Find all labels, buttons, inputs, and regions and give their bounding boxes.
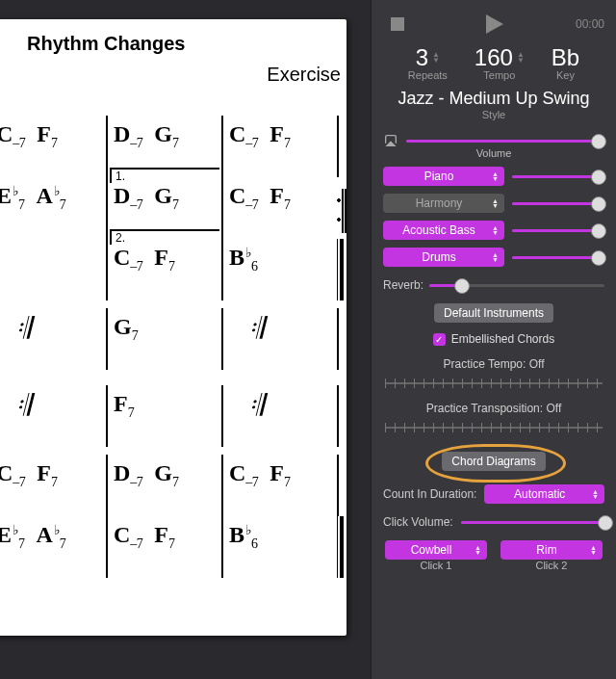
- chord-text: G7: [114, 314, 221, 340]
- track-select-bass[interactable]: Acoustic Bass▲▼: [383, 221, 504, 240]
- highlight-ring: [425, 444, 566, 483]
- song-title: Rhythm Changes: [27, 33, 185, 55]
- track-drums: Drums▲▼: [383, 248, 604, 267]
- side-panel: 00:00 3▲▼ Repeats 160▲▼ Tempo Bb Key Jaz…: [371, 0, 616, 679]
- stop-button[interactable]: [383, 10, 412, 39]
- click1-select[interactable]: Cowbell▲▼: [385, 540, 487, 560]
- chord-text: D–7 G7: [114, 183, 221, 209]
- chord-grid: C–7 F7D–7 G7C–7 F7E♭7 A♭71.D–7 G7C–7 F72…: [0, 116, 346, 578]
- bar[interactable]: B♭6: [221, 516, 337, 578]
- bar[interactable]: 𝄇: [221, 385, 337, 447]
- chord-text: C–7 F7: [0, 460, 106, 486]
- bar[interactable]: C–7 F7: [0, 455, 106, 516]
- chord-text: C–7 F7: [0, 121, 106, 147]
- practice-trans-slider[interactable]: [385, 417, 603, 438]
- chord-text: C–7 F7: [114, 245, 221, 271]
- lead-sheet: Rhythm Changes Exercise C–7 F7D–7 G7C–7 …: [0, 19, 346, 636]
- reverb-slider[interactable]: [429, 276, 604, 294]
- chord-text: E♭7 A♭7: [0, 183, 106, 209]
- svg-rect-0: [391, 17, 404, 31]
- bar[interactable]: E♭7 A♭7: [0, 177, 106, 239]
- stepper-icon: ▲▼: [517, 52, 525, 64]
- transport: 00:00: [383, 10, 604, 39]
- track-bass: Acoustic Bass▲▼: [383, 221, 604, 240]
- track-select-piano[interactable]: Piano▲▼: [383, 167, 504, 186]
- track-volume-drums[interactable]: [512, 248, 604, 266]
- chord-text: C–7 F7: [229, 460, 337, 486]
- bar[interactable]: B♭6: [221, 239, 337, 300]
- count-in-select[interactable]: Automatic ▲▼: [484, 484, 604, 504]
- chord-text: B♭6: [229, 522, 337, 548]
- track-piano: Piano▲▼: [383, 167, 604, 186]
- click2-select[interactable]: Rim▲▼: [500, 540, 603, 560]
- practice-tempo-label: Practice Tempo: Off: [383, 357, 604, 371]
- chord-text: C–7 F7: [114, 522, 221, 548]
- play-button[interactable]: [479, 10, 508, 39]
- track-volume-harmony[interactable]: [512, 195, 604, 212]
- click-volume-row: Click Volume:: [383, 513, 604, 531]
- chevron-updown-icon: ▲▼: [492, 252, 499, 262]
- song-tag: Exercise: [267, 64, 341, 86]
- bar[interactable]: G7: [106, 308, 221, 370]
- repeats-stepper[interactable]: 3▲▼ Repeats: [408, 44, 448, 81]
- simile-mark: 𝄇: [248, 312, 346, 346]
- embellished-checkbox[interactable]: ✓ Embellished Chords: [383, 332, 604, 346]
- tempo-stepper[interactable]: 160▲▼ Tempo: [475, 44, 525, 81]
- chord-text: F7: [114, 391, 221, 417]
- bar[interactable]: D–7 G7: [106, 455, 221, 516]
- airplay-icon[interactable]: [383, 133, 398, 148]
- chevron-updown-icon: ▲▼: [590, 545, 597, 555]
- key-display[interactable]: Bb Key: [552, 44, 579, 81]
- click-volume-slider[interactable]: [461, 513, 604, 531]
- bar[interactable]: E♭7 A♭7: [0, 516, 106, 578]
- chord-text: B♭6: [229, 245, 337, 271]
- bar[interactable]: 2.C–7 F7: [106, 239, 221, 300]
- check-icon: ✓: [433, 333, 446, 346]
- bar[interactable]: 𝄇: [221, 308, 337, 370]
- chevron-updown-icon: ▲▼: [592, 489, 599, 499]
- bar[interactable]: C–7 F7: [221, 455, 337, 516]
- bar[interactable]: F7: [106, 385, 221, 447]
- bar[interactable]: C–7 F7: [0, 116, 106, 177]
- play-icon: [481, 12, 506, 37]
- style-picker[interactable]: Jazz - Medium Up Swing Style: [383, 89, 604, 120]
- volta-bracket: 1.: [110, 168, 219, 183]
- track-harmony: Harmony▲▼: [383, 194, 604, 213]
- chevron-updown-icon: ▲▼: [475, 545, 481, 555]
- bar[interactable]: [0, 239, 106, 300]
- bar[interactable]: 𝄇: [0, 308, 106, 370]
- play-time: 00:00: [576, 17, 604, 31]
- chevron-updown-icon: ▲▼: [492, 225, 499, 235]
- master-volume-row: [383, 132, 604, 149]
- master-volume-slider[interactable]: [406, 132, 604, 149]
- volta-bracket: 2.: [110, 229, 219, 245]
- svg-marker-2: [387, 142, 395, 145]
- track-volume-piano[interactable]: [512, 168, 604, 185]
- chord-text: C–7 F7: [229, 183, 337, 209]
- track-select-drums[interactable]: Drums▲▼: [383, 248, 504, 267]
- simile-mark: 𝄇: [248, 389, 346, 423]
- bar[interactable]: C–7 F7: [221, 177, 337, 239]
- practice-tempo-slider[interactable]: [385, 373, 603, 394]
- svg-marker-1: [486, 14, 503, 34]
- bar[interactable]: C–7 F7: [221, 116, 337, 177]
- chevron-updown-icon: ▲▼: [492, 198, 499, 208]
- count-in-row: Count In Duration: Automatic ▲▼: [383, 484, 604, 504]
- track-select-harmony[interactable]: Harmony▲▼: [383, 194, 504, 213]
- bar[interactable]: 𝄇: [0, 385, 106, 447]
- bar[interactable]: C–7 F7: [106, 516, 221, 578]
- chord-text: D–7 G7: [114, 121, 221, 147]
- stepper-icon: ▲▼: [432, 52, 440, 64]
- stop-icon: [388, 14, 407, 34]
- practice-trans-label: Practice Transposition: Off: [383, 402, 604, 415]
- track-volume-bass[interactable]: [512, 222, 604, 239]
- chevron-updown-icon: ▲▼: [492, 171, 499, 181]
- chord-text: C–7 F7: [229, 121, 337, 147]
- chord-text: D–7 G7: [114, 460, 221, 486]
- default-instruments-button[interactable]: Default Instruments: [434, 303, 553, 323]
- reverb-row: Reverb:: [383, 276, 604, 294]
- chord-text: E♭7 A♭7: [0, 522, 106, 548]
